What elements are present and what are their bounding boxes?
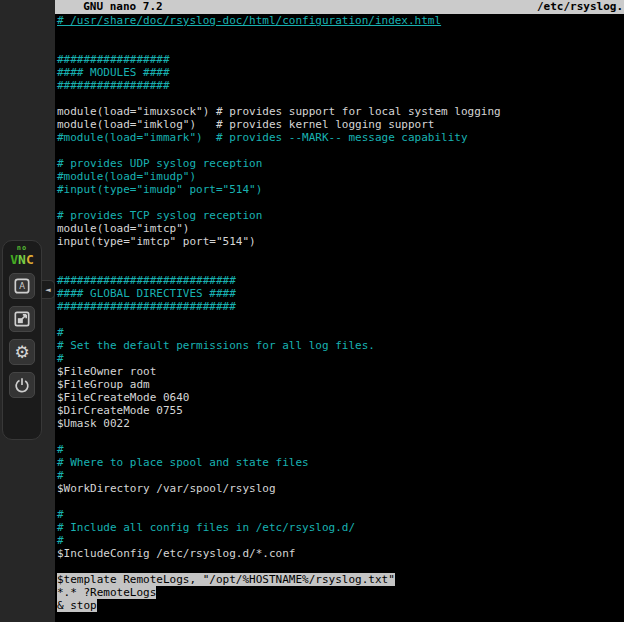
- editor-line: $DirCreateMode 0755: [57, 404, 624, 417]
- editor-line: # Set the default permissions for all lo…: [57, 339, 624, 352]
- nano-filename: /etc/rsyslog.: [537, 0, 624, 14]
- clipboard-button[interactable]: A: [9, 273, 35, 299]
- editor-line: *.* ?RemoteLogs: [57, 586, 624, 599]
- editor-line: module(load="imtcp"): [57, 222, 624, 235]
- editor-line: #: [57, 443, 624, 456]
- editor-line: input(type="imtcp" port="514"): [57, 235, 624, 248]
- editor-line: [57, 313, 624, 326]
- novnc-logo-vnc: VNC: [10, 253, 33, 266]
- editor-line: [57, 144, 624, 157]
- editor-line: module(load="imuxsock") # provides suppo…: [57, 105, 624, 118]
- fullscreen-button[interactable]: [9, 306, 35, 332]
- editor-line: [57, 27, 624, 40]
- terminal: GNU nano 7.2 /etc/rsyslog. # /usr/share/…: [55, 0, 624, 622]
- editor-line: # Include all config files in /etc/rsysl…: [57, 521, 624, 534]
- editor-line: [57, 495, 624, 508]
- editor-content[interactable]: # /usr/share/doc/rsyslog-doc/html/config…: [55, 14, 624, 612]
- editor-line: # provides TCP syslog reception: [57, 209, 624, 222]
- editor-line: [57, 261, 624, 274]
- power-button[interactable]: [9, 372, 35, 398]
- editor-line: [57, 40, 624, 53]
- editor-line: #: [57, 534, 624, 547]
- gear-icon: ⚙: [14, 343, 29, 362]
- editor-line: [57, 196, 624, 209]
- editor-line: #### GLOBAL DIRECTIVES ####: [57, 287, 624, 300]
- editor-line: $WorkDirectory /var/spool/rsyslog: [57, 482, 624, 495]
- editor-line: [57, 430, 624, 443]
- editor-line: $IncludeConfig /etc/rsyslog.d/*.conf: [57, 547, 624, 560]
- collapse-arrow-icon: ◄: [45, 286, 50, 294]
- editor-line: $FileOwner root: [57, 365, 624, 378]
- editor-line: # /usr/share/doc/rsyslog-doc/html/config…: [57, 14, 624, 27]
- editor-line: #: [57, 326, 624, 339]
- novnc-control-bar: no VNC A⚙: [2, 240, 42, 440]
- settings-button[interactable]: ⚙: [9, 339, 35, 365]
- control-bar-buttons: A⚙: [9, 273, 35, 398]
- editor-line: #input(type="imudp" port="514"): [57, 183, 624, 196]
- editor-line: #: [57, 352, 624, 365]
- logo-letter: N: [18, 252, 26, 267]
- logo-letter: C: [26, 252, 34, 267]
- nano-titlebar: GNU nano 7.2 /etc/rsyslog.: [55, 0, 624, 14]
- editor-line: $FileGroup adm: [57, 378, 624, 391]
- editor-line: [57, 560, 624, 573]
- editor-line: #################: [57, 53, 624, 66]
- editor-line: #: [57, 508, 624, 521]
- editor-line: module(load="imklog") # provides kernel …: [57, 118, 624, 131]
- editor-line: #: [57, 469, 624, 482]
- editor-line: [57, 92, 624, 105]
- editor-line: #module(load="imudp"): [57, 170, 624, 183]
- fullscreen-icon: [12, 309, 32, 329]
- novnc-logo: no VNC: [10, 245, 33, 266]
- editor-line: $Umask 0022: [57, 417, 624, 430]
- novnc-logo-no: no: [10, 245, 33, 252]
- editor-line: ###########################: [57, 300, 624, 313]
- editor-line: $FileCreateMode 0640: [57, 391, 624, 404]
- power-icon: [12, 375, 32, 395]
- clipboard-icon: A: [12, 276, 32, 296]
- editor-line: & stop: [57, 599, 624, 612]
- control-bar-handle[interactable]: ◄: [42, 280, 55, 299]
- editor-line: #module(load="immark") # provides --MARK…: [57, 131, 624, 144]
- editor-line: #################: [57, 79, 624, 92]
- editor-line: ###########################: [57, 274, 624, 287]
- editor-line: # Where to place spool and state files: [57, 456, 624, 469]
- editor-line: # provides UDP syslog reception: [57, 157, 624, 170]
- editor-line: #### MODULES ####: [57, 66, 624, 79]
- editor-line: [57, 248, 624, 261]
- logo-letter: V: [10, 252, 18, 267]
- nano-version: GNU nano 7.2: [55, 0, 163, 14]
- svg-text:A: A: [19, 281, 25, 291]
- editor-line: $template RemoteLogs, "/opt/%HOSTNAME%/r…: [57, 573, 624, 586]
